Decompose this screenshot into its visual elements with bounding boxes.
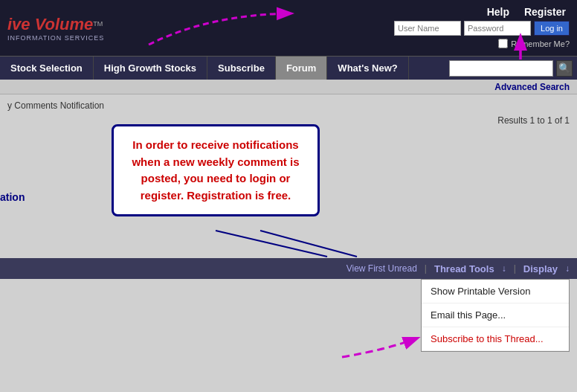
logo-area: ive VolumeTM INFORMATION SERVICES bbox=[7, 15, 104, 42]
ation-label: ation bbox=[0, 191, 25, 203]
nav-search-area: 🔍 bbox=[445, 57, 577, 80]
nav-item-whats-new[interactable]: What's New? bbox=[327, 57, 408, 80]
register-link[interactable]: Register bbox=[524, 6, 566, 18]
password-input[interactable] bbox=[464, 21, 531, 36]
nav-item-high-growth[interactable]: High Growth Stocks bbox=[94, 57, 207, 80]
content-area: y Comments Notification Results 1 to 1 o… bbox=[0, 94, 577, 318]
logo-subtitle: INFORMATION SERVICES bbox=[7, 34, 104, 42]
tooltip-box: In order to receive notifications when a… bbox=[112, 124, 320, 216]
help-register-row: Help Register bbox=[487, 6, 566, 18]
display-button[interactable]: Display bbox=[523, 263, 558, 274]
login-area: Help Register Log in Remember Me? bbox=[394, 6, 570, 48]
nav-item-subscribe[interactable]: Subscribe bbox=[207, 57, 276, 80]
dropdown-item-printable[interactable]: Show Printable Version bbox=[422, 280, 569, 303]
username-input[interactable] bbox=[394, 21, 461, 36]
dropdown-item-email[interactable]: Email this Page... bbox=[422, 303, 569, 327]
search-button[interactable]: 🔍 bbox=[556, 60, 573, 77]
notification-breadcrumb: y Comments Notification bbox=[7, 100, 570, 111]
thread-tools-button[interactable]: Thread Tools bbox=[434, 263, 494, 274]
search-input[interactable] bbox=[449, 60, 553, 77]
remember-label: Remember Me? bbox=[511, 39, 570, 48]
view-first-unread-link[interactable]: View First Unread bbox=[346, 263, 417, 274]
login-button[interactable]: Log in bbox=[534, 21, 570, 36]
advanced-search-link[interactable]: Advanced Search bbox=[494, 82, 570, 92]
thread-tools-dropdown: Show Printable Version Email this Page..… bbox=[421, 279, 570, 352]
adv-search-bar: Advanced Search bbox=[0, 80, 577, 94]
dropdown-item-subscribe[interactable]: Subscribe to this Thread... bbox=[422, 327, 569, 351]
help-link[interactable]: Help bbox=[487, 6, 509, 18]
bottom-toolbar: View First Unread | Thread Tools ↓ | Dis… bbox=[0, 258, 577, 279]
remember-checkbox[interactable] bbox=[498, 39, 508, 48]
navbar: Stock Selection High Growth Stocks Subsc… bbox=[0, 56, 577, 80]
logo-main: ive VolumeTM bbox=[7, 15, 104, 34]
login-row: Log in bbox=[394, 21, 570, 36]
nav-item-forum[interactable]: Forum bbox=[276, 57, 327, 80]
logo-tm: TM bbox=[93, 19, 103, 27]
nav-item-stock-selection[interactable]: Stock Selection bbox=[0, 57, 94, 80]
remember-row: Remember Me? bbox=[498, 39, 570, 48]
header: ive VolumeTM INFORMATION SERVICES Help R… bbox=[0, 0, 577, 56]
